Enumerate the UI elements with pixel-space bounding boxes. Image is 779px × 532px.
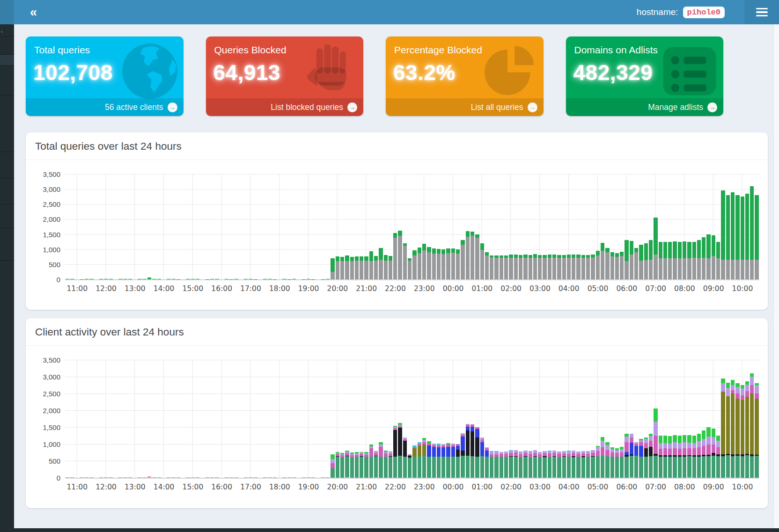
sidebar-collapse-icon[interactable]: « [30, 1, 37, 23]
bar [735, 360, 739, 478]
bar [128, 360, 132, 478]
bar [625, 360, 628, 478]
bar [99, 174, 103, 279]
bar [152, 174, 156, 279]
bar [95, 360, 98, 478]
sidebar-item-active[interactable] [0, 55, 14, 66]
bar [104, 174, 108, 279]
sidebar-item[interactable] [0, 178, 14, 204]
bar [147, 360, 151, 478]
bar [712, 174, 715, 279]
bar [663, 360, 667, 478]
bar [379, 360, 382, 478]
sidebar-item[interactable] [0, 152, 14, 178]
bar [239, 360, 243, 478]
y-tick-label: 2,000 [43, 407, 60, 415]
scrollbar-track[interactable] [773, 24, 779, 532]
x-tick-label: 21:00 [356, 284, 377, 293]
bar [432, 174, 436, 279]
bar [403, 174, 407, 279]
bar [369, 360, 373, 478]
client-activity-chart[interactable] [65, 360, 759, 479]
stat-card-queries-blocked: Queries Blocked 64,913 List blocked quer… [206, 36, 364, 116]
stat-card-footer-link[interactable]: List all queries → [386, 98, 544, 116]
stat-card-footer-link[interactable]: List blocked queries → [206, 98, 364, 116]
bar [576, 174, 580, 279]
bar [586, 174, 590, 279]
bar [95, 174, 98, 279]
bar [66, 360, 69, 478]
bar [422, 360, 426, 478]
sidebar-item[interactable]: ‹ [0, 24, 14, 36]
bar [200, 174, 204, 279]
bar [282, 174, 286, 279]
stat-card-total-queries: Total queries 102,708 56 active clients … [26, 36, 184, 116]
bar [297, 360, 301, 478]
bars-layer [65, 360, 759, 478]
bar [630, 174, 633, 279]
bar [157, 174, 161, 279]
x-tick-label: 08:00 [674, 284, 695, 293]
bar [466, 174, 470, 279]
x-tick-label: 07:00 [645, 284, 666, 293]
bar [191, 174, 195, 279]
sidebar-item[interactable] [0, 228, 14, 261]
bar [523, 174, 527, 279]
bar [206, 174, 209, 279]
bar [109, 174, 113, 279]
sidebar-item[interactable] [0, 36, 14, 55]
bars-layer [65, 174, 759, 279]
x-tick-label: 23:00 [414, 284, 435, 293]
bar [157, 360, 161, 478]
bar [543, 360, 546, 478]
bar [475, 360, 479, 478]
bar [393, 174, 397, 279]
bar [615, 174, 619, 279]
y-tick-label: 2,500 [43, 390, 60, 398]
sidebar-item[interactable] [0, 95, 14, 152]
bar [654, 360, 657, 478]
bar [529, 174, 532, 279]
y-tick-label: 0 [57, 276, 60, 284]
bar [152, 360, 156, 478]
bar [220, 360, 224, 478]
x-tick-label: 13:00 [125, 284, 146, 293]
collapsed-sidebar[interactable]: ‹ [0, 24, 14, 532]
x-tick-label: 22:00 [385, 284, 406, 293]
hamburger-menu-button[interactable] [744, 0, 779, 24]
stat-card-footer-link[interactable]: Manage adlists → [566, 98, 724, 116]
x-tick-label: 12:00 [96, 483, 117, 491]
x-tick-label: 10:00 [732, 284, 753, 293]
bar [172, 174, 176, 279]
bar [451, 174, 455, 279]
y-tick-label: 1,500 [43, 423, 60, 431]
x-tick-label: 01:00 [471, 483, 492, 491]
bar [519, 174, 522, 279]
bar [490, 174, 493, 279]
bar [273, 360, 277, 478]
bar [244, 360, 248, 478]
total-queries-chart[interactable] [65, 174, 759, 280]
bar [307, 174, 310, 279]
bar [562, 360, 566, 478]
bar [258, 174, 262, 279]
y-tick-label: 1,000 [43, 245, 60, 253]
x-tick-label: 06:00 [616, 284, 637, 293]
y-tick-label: 2,000 [43, 215, 60, 223]
sidebar-item[interactable] [0, 204, 14, 228]
hamburger-icon [756, 8, 768, 10]
bar [538, 360, 542, 478]
bar [311, 360, 315, 478]
bar [692, 360, 696, 478]
stat-card-value: 64,913 [206, 56, 364, 85]
bar [292, 360, 296, 478]
bar [412, 360, 416, 478]
bar [75, 360, 79, 478]
bar [591, 174, 595, 279]
bar [210, 360, 214, 478]
sidebar-item[interactable] [0, 66, 14, 95]
bar [292, 174, 296, 279]
stat-card-footer-link[interactable]: 56 active clients → [26, 98, 184, 116]
x-tick-label: 05:00 [588, 284, 609, 293]
x-tick-label: 00:00 [443, 483, 464, 491]
